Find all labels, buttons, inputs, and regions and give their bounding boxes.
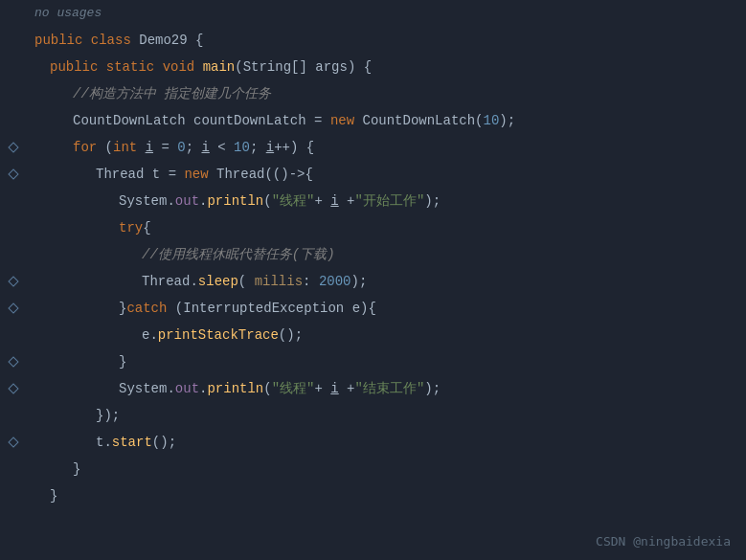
number-10-2: 10	[234, 134, 250, 161]
code-line-18: }	[27, 456, 746, 482]
lt: <	[210, 134, 234, 161]
paren-println-1: (	[263, 188, 271, 214]
semi-for-2: ;	[250, 134, 266, 161]
var-e-2: e	[142, 322, 149, 348]
gutter-icon-15	[8, 375, 19, 402]
method-main: main	[203, 54, 236, 80]
breakpoint-icon-15[interactable]	[8, 383, 18, 393]
brace-catch-open: }	[119, 295, 126, 322]
plus-3: +	[314, 375, 330, 402]
var-e: e	[352, 295, 360, 322]
plus-2: +	[339, 188, 355, 214]
type-string: String	[243, 54, 291, 80]
paren-sleep: (	[238, 268, 255, 295]
paren-pst: ();	[279, 322, 303, 348]
keyword-void: void	[163, 54, 203, 80]
gutter-icon-6	[8, 134, 19, 161]
gutter-icon-8	[8, 188, 19, 214]
keyword-int: int	[113, 134, 146, 161]
code-line-2: public class Demo29 {	[27, 27, 746, 54]
var-t-2: t	[96, 429, 103, 456]
method-println-2: println	[207, 375, 263, 402]
equals: =	[314, 107, 330, 134]
class-system-2: System	[119, 375, 167, 402]
code-line-1: no usages	[27, 0, 746, 27]
class-thread-sleep: Thread	[142, 268, 190, 295]
code-line-10: //使用线程休眠代替任务(下载)	[27, 241, 746, 268]
keyword-try: try	[119, 214, 143, 241]
field-out: out	[175, 188, 199, 214]
paren-main: (	[235, 54, 242, 80]
eq-2: =	[169, 161, 185, 188]
breakpoint-icon-6[interactable]	[8, 142, 18, 152]
keyword-public-2: public	[50, 54, 106, 80]
paren-catch-close: ){	[360, 295, 376, 322]
breakpoint-icon-7[interactable]	[8, 168, 18, 179]
dot-1: .	[167, 188, 174, 214]
keyword-for: for	[73, 134, 105, 161]
keyword-catch: catch	[126, 295, 174, 322]
code-editor: no usages public class Demo29 { public s…	[0, 0, 746, 560]
dot-t: .	[103, 429, 111, 456]
code-line-19: }	[27, 482, 746, 509]
number-10: 10	[484, 107, 500, 134]
paren-start: ();	[152, 429, 176, 456]
type-interrupted: InterruptedException	[183, 295, 351, 322]
paren-println-2: (	[263, 375, 271, 402]
gutter	[0, 0, 27, 560]
gutter-icon-19	[8, 482, 19, 509]
gutter-icon-9	[8, 214, 19, 241]
method-printstacktrace: printStackTrace	[158, 322, 279, 348]
assign-0: =	[153, 134, 177, 161]
paren-catch: (	[175, 295, 183, 322]
string-start-work: "开始工作"	[355, 188, 425, 214]
code-line-15: System.out.println("线程"+ i +"结束工作");	[27, 375, 746, 402]
gutter-icon-5	[8, 107, 19, 134]
comment-1: //构造方法中 指定创建几个任务	[73, 80, 271, 107]
breakpoint-icon-14[interactable]	[8, 356, 18, 367]
field-out-2: out	[175, 375, 199, 402]
class-countdownlatch-new: CountDownLatch(	[362, 107, 483, 134]
param-args: args	[315, 54, 348, 80]
type-thread: Thread	[96, 161, 152, 188]
semi-1: );	[499, 107, 515, 134]
dot-4: .	[199, 375, 207, 402]
var-i-println-2: i	[330, 375, 338, 402]
bracket: []	[291, 54, 315, 80]
keyword-new-2: new	[184, 161, 216, 188]
gutter-icon-3	[8, 54, 19, 80]
brace-close-catch: }	[119, 348, 126, 375]
code-line-16: });	[27, 402, 746, 429]
keyword-static: static	[106, 54, 163, 80]
code-line-3: public static void main(String[] args) {	[27, 54, 746, 80]
var-i-1: i	[146, 134, 153, 161]
method-println-1: println	[207, 188, 263, 214]
code-line-6: for (int i = 0; i < 10; i++) {	[27, 134, 746, 161]
keyword-new: new	[330, 107, 363, 134]
gutter-icon-12	[8, 295, 19, 322]
number-2000: 2000	[319, 268, 351, 295]
method-start: start	[112, 429, 152, 456]
class-name-demo29: Demo29 {	[139, 27, 203, 54]
var-i-3: i	[266, 134, 274, 161]
code-line-5: CountDownLatch countDownLatch = new Coun…	[27, 107, 746, 134]
code-line-9: try{	[27, 214, 746, 241]
colon-millis: :	[303, 268, 319, 295]
no-usages-text: no usages	[34, 0, 102, 27]
dot-3: .	[167, 375, 174, 402]
dot-2: .	[199, 188, 207, 214]
breakpoint-icon-17[interactable]	[8, 437, 18, 447]
gutter-icon-13	[8, 322, 19, 348]
string-end-work: "结束工作"	[355, 375, 425, 402]
comment-2: //使用线程休眠代替任务(下载)	[142, 241, 335, 268]
code-line-12: }catch (InterruptedException e){	[27, 295, 746, 322]
string-thread-start: "线程"	[272, 188, 315, 214]
code-line-8: System.out.println("线程"+ i +"开始工作");	[27, 188, 746, 214]
brace-try: {	[143, 214, 150, 241]
breakpoint-icon-12[interactable]	[8, 302, 18, 313]
class-system: System	[119, 188, 167, 214]
breakpoint-icon-11[interactable]	[8, 276, 18, 286]
code-content: no usages public class Demo29 { public s…	[27, 0, 746, 560]
method-sleep: sleep	[198, 268, 238, 295]
gutter-icon-17	[8, 429, 19, 456]
